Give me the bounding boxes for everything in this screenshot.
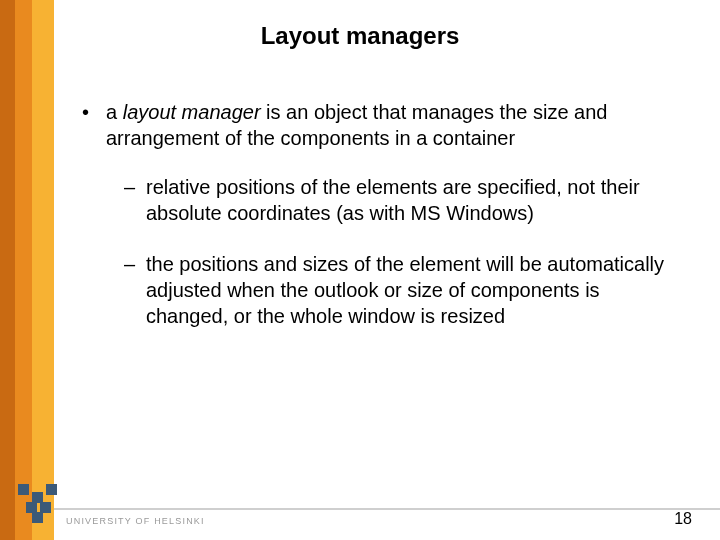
slide-title: Layout managers: [0, 22, 720, 50]
page-number: 18: [674, 510, 692, 528]
university-logo-icon: [16, 480, 60, 524]
bullet-marker-dash: –: [124, 252, 146, 329]
bullet-level2: – relative positions of the elements are…: [124, 175, 682, 226]
bullet-text: the positions and sizes of the element w…: [146, 252, 682, 329]
accent-stripe-dark: [0, 0, 15, 540]
bullet-marker-dot: •: [82, 100, 106, 151]
slide: Layout managers • a layout manager is an…: [0, 0, 720, 540]
bullet-text-emphasis: layout manager: [123, 101, 261, 123]
footer-institution: UNIVERSITY OF HELSINKI: [66, 516, 205, 526]
bullet-level1: • a layout manager is an object that man…: [82, 100, 682, 151]
bullet-level2: – the positions and sizes of the element…: [124, 252, 682, 329]
slide-body: • a layout manager is an object that man…: [82, 100, 682, 355]
bullet-text: relative positions of the elements are s…: [146, 175, 682, 226]
left-accent-bar: [0, 0, 54, 540]
bullet-marker-dash: –: [124, 175, 146, 226]
bullet-text: a layout manager is an object that manag…: [106, 100, 682, 151]
bullet-text-prefix: a: [106, 101, 123, 123]
footer-divider: [54, 508, 720, 510]
